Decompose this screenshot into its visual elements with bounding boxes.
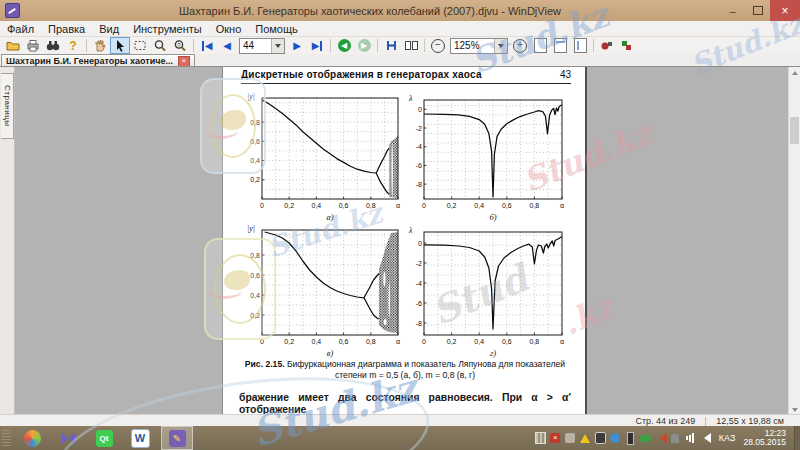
svg-text:0,2: 0,2 (250, 176, 260, 183)
menu-help[interactable]: Помощь (248, 23, 305, 35)
layout-facing-button[interactable] (401, 37, 421, 54)
svg-text:-6: -6 (416, 300, 422, 307)
svg-text:0,6: 0,6 (250, 272, 260, 279)
svg-text:|y|: |y| (247, 224, 255, 233)
page-dropdown[interactable] (271, 39, 284, 53)
page-header: Дискретные отображения в генераторах хао… (241, 69, 571, 80)
figure-caption-prefix: Рис. 2.15. (245, 359, 285, 369)
menu-file[interactable]: Файл (0, 23, 41, 35)
svg-text:-2: -2 (416, 260, 422, 267)
network-signal-icon[interactable] (685, 433, 696, 444)
zoom-tool-button[interactable] (150, 37, 170, 54)
minimize-button[interactable]: – (720, 2, 745, 19)
display-mode-button[interactable] (617, 37, 637, 54)
zoom-out-button[interactable]: − (428, 37, 448, 54)
fit-height-button[interactable] (570, 37, 590, 54)
tray-flag-icon[interactable]: × (550, 433, 561, 444)
svg-text:0: 0 (422, 202, 426, 209)
first-page-button[interactable]: ◀ (197, 37, 217, 54)
rect-select-button[interactable] (130, 37, 150, 54)
show-desktop-button[interactable] (794, 426, 800, 450)
tray-warning-icon[interactable] (580, 433, 591, 444)
next-page-icon: ▶ (293, 41, 301, 51)
scroll-up-arrow[interactable] (789, 67, 800, 78)
page-number-value: 44 (240, 40, 271, 51)
tray-battery-icon[interactable] (625, 433, 636, 444)
kmplayer-icon (60, 431, 77, 446)
fit-page-button[interactable] (530, 37, 550, 54)
sidebar-tab-pages-label: Страницы (3, 85, 12, 127)
clock[interactable]: 12:23 28.05.2015 (743, 429, 790, 447)
taskbar-app-windjview[interactable]: ✎ (161, 426, 193, 450)
page-number-input[interactable]: 44 (239, 38, 285, 54)
browser-icon (24, 430, 41, 447)
svg-text:0,8: 0,8 (530, 338, 540, 345)
language-indicator[interactable]: КАЗ (715, 433, 740, 443)
tray-cloud-icon[interactable] (565, 433, 576, 444)
zoom-level-input[interactable]: 125% (450, 38, 508, 54)
svg-text:0: 0 (260, 338, 264, 345)
taskbar-grip (2, 430, 11, 446)
pan-tool-button[interactable] (90, 37, 110, 54)
first-page-icon: ◀ (202, 41, 213, 51)
color-adjust-button[interactable] (597, 37, 617, 54)
open-button[interactable] (3, 37, 23, 54)
taskbar-app-word[interactable]: W (125, 427, 155, 449)
restore-icon (753, 6, 763, 15)
sidebar-strip: Страницы (0, 67, 15, 415)
prev-page-button[interactable]: ◀ (217, 37, 237, 54)
print-button[interactable] (23, 37, 43, 54)
svg-text:-8: -8 (416, 181, 422, 188)
menu-view[interactable]: Вид (92, 23, 126, 35)
menu-edit[interactable]: Правка (41, 23, 92, 35)
zoom-in-button[interactable]: + (510, 37, 530, 54)
zoom-select-button[interactable]: ? (170, 37, 190, 54)
select-tool-button[interactable] (110, 37, 130, 54)
next-page-button[interactable]: ▶ (287, 37, 307, 54)
svg-text:в): в) (327, 348, 334, 358)
taskbar-app-kmplayer[interactable] (53, 427, 83, 449)
keyboard-icon[interactable] (535, 433, 546, 444)
sidebar-tab-pages[interactable]: Страницы (1, 73, 14, 139)
svg-text:-4: -4 (416, 143, 422, 150)
svg-text:0,6: 0,6 (502, 338, 512, 345)
page-number: 43 (560, 69, 571, 80)
chevron-down-icon (275, 44, 281, 51)
vertical-scrollbar[interactable] (788, 67, 800, 415)
cursor-icon (114, 39, 126, 52)
svg-text:-6: -6 (416, 162, 422, 169)
tray-audio-device-icon[interactable] (655, 433, 666, 444)
color-adjust-icon (600, 39, 614, 52)
scrollbar-thumb[interactable] (790, 117, 799, 144)
svg-text:-4: -4 (416, 280, 422, 287)
fit-height-icon (574, 38, 587, 53)
zoom-in-icon: + (513, 39, 527, 53)
tray-globe-icon[interactable] (610, 433, 621, 444)
fit-width-button[interactable] (550, 37, 570, 54)
taskbar-app-qt[interactable]: Qt (89, 427, 119, 449)
menu-tools[interactable]: Инструменты (126, 23, 209, 35)
svg-text:0,6: 0,6 (250, 138, 260, 145)
back-button[interactable]: ◀ (334, 37, 354, 54)
marquee-icon (133, 39, 147, 52)
tray-usb-icon[interactable] (640, 433, 651, 444)
last-page-button[interactable]: ▶ (307, 37, 327, 54)
search-button[interactable] (43, 37, 63, 54)
tab-bar: Шахтарин Б.И. Генераторы хаотиче... × (0, 54, 800, 66)
help-button[interactable]: ? (63, 37, 83, 54)
layout-single-button[interactable] (381, 37, 401, 54)
zoom-dropdown[interactable] (494, 39, 507, 53)
tray-monitor-icon[interactable] (595, 433, 606, 444)
close-button[interactable]: × (770, 0, 800, 21)
restore-button[interactable] (745, 2, 770, 19)
svg-text:0: 0 (418, 240, 422, 247)
taskbar-app-browser[interactable] (17, 427, 47, 449)
tray-lock-icon[interactable] (670, 433, 681, 444)
tab-close-button[interactable]: × (178, 56, 190, 67)
menu-window[interactable]: Окно (209, 23, 249, 35)
document-page[interactable]: Дискретные отображения в генераторах хао… (222, 67, 585, 415)
svg-text:0: 0 (260, 202, 264, 209)
volume-icon[interactable] (700, 433, 711, 444)
forward-button[interactable]: ▶ (354, 37, 374, 54)
header-rule (241, 83, 571, 84)
